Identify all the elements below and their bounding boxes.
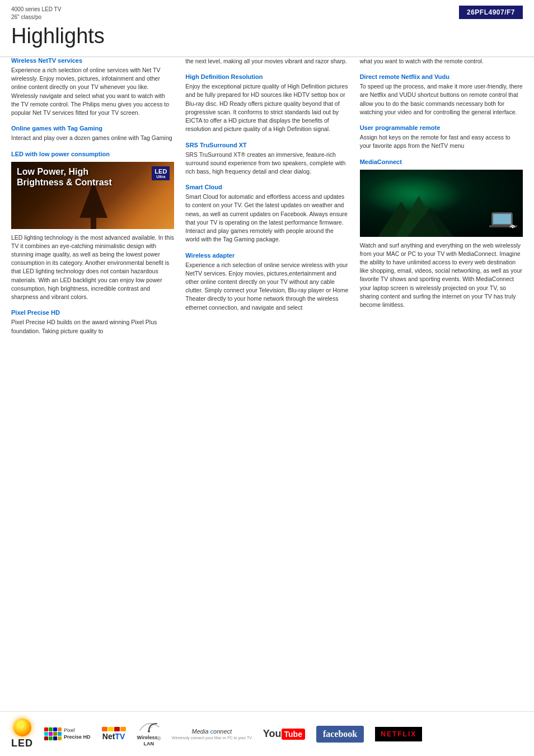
section-title-led-low-power: LED with low power consumption	[11, 151, 174, 157]
wireless-lan-text: Wireless))LAN	[137, 735, 161, 747]
led-badge: LED Ultra	[152, 166, 170, 180]
section-hd-resolution: High Definition Resolution Enjoy the exc…	[185, 73, 348, 133]
footer-logos: LED PixelPre	[0, 711, 534, 756]
section-title-online-games: Online games with Tag Gaming	[11, 125, 174, 132]
section-body-online-games: Interact and play over a dozen games onl…	[11, 134, 174, 142]
led-image-box: Low Power, High Brightness & Contrast LE…	[11, 162, 174, 229]
tube-badge: Tube	[282, 729, 305, 740]
facebook-text: facebook	[323, 729, 357, 739]
youtube-brand: You Tube	[263, 728, 305, 740]
right-column: what you want to watch with the remote c…	[360, 57, 523, 343]
section-led-low-power: LED with low power consumption Low Power…	[11, 151, 174, 302]
led-image-content: Low Power, High Brightness & Contrast	[17, 166, 168, 188]
section-media-connect: MediaConnect	[360, 158, 523, 310]
section-wireless-adapter: Wireless adapter Experience a rich selec…	[185, 252, 348, 312]
section-direct-netflix: Direct remote Netflix and Vudu To speed …	[360, 73, 523, 116]
section-body-srs: SRS TruSurround XT® creates an immersive…	[185, 151, 348, 176]
section-body-media-connect: Watch and surf anything and everything o…	[360, 241, 523, 310]
svg-point-8	[512, 226, 513, 228]
section-smart-cloud: Smart Cloud Smart Cloud for automatic an…	[185, 184, 348, 244]
section-wireless-nettv: Wireless NetTV services Experience a ric…	[11, 57, 174, 117]
section-pixel-precise: Pixel Precise HD Pixel Precise HD builds…	[11, 309, 174, 335]
nettv-text: NetTV	[102, 732, 125, 741]
header-bar: 4000 series LED TV 26" class/po 26PFL490…	[0, 0, 534, 21]
media-connect-text: Media connect Wirelessly connect your Ma…	[172, 727, 252, 740]
section-title-hd-resolution: High Definition Resolution	[185, 73, 348, 80]
netflix-text: NETFLIX	[381, 730, 416, 738]
section-title-media-connect: MediaConnect	[360, 158, 523, 165]
led-badge-bottom: Ultra	[154, 175, 167, 179]
nettv-bars-icon	[102, 727, 126, 731]
facebook-badge: facebook	[316, 726, 364, 743]
section-title-smart-cloud: Smart Cloud	[185, 184, 348, 190]
section-body-remote-cont: what you want to watch with the remote c…	[360, 57, 523, 66]
led-badge-top: LED	[154, 168, 167, 175]
mountain-icon	[360, 190, 466, 237]
logo-facebook: facebook	[316, 726, 364, 743]
logo-led: LED	[11, 718, 33, 749]
section-pixel-cont: the next level, making all your movies v…	[185, 57, 348, 66]
logo-youtube: You Tube	[263, 728, 305, 740]
logo-wireless-lan: Wireless))LAN	[137, 721, 161, 747]
led-overlay-text1: Low Power, High	[17, 166, 168, 177]
wireless-arcs-icon	[137, 721, 161, 734]
section-user-remote: User programmable remote Assign hot keys…	[360, 124, 523, 150]
section-body-hd-resolution: Enjoy the exceptional picture quality of…	[185, 82, 348, 133]
section-body-user-remote: Assign hot keys on the remote for fast a…	[360, 133, 523, 150]
logo-netflix: NETFLIX	[375, 727, 422, 741]
section-body-pixel-precise: Pixel Precise HD builds on the award win…	[11, 318, 174, 335]
logo-nettv: NetTV	[102, 727, 126, 741]
led-text: LED	[11, 738, 33, 749]
netflix-badge: NETFLIX	[375, 727, 422, 741]
page-title: Highlights	[0, 21, 534, 57]
logo-pixel-precise: PixelPrecise HD	[44, 727, 91, 740]
model-badge: 26PFL4907/F7	[459, 6, 523, 19]
media-connect-image	[360, 170, 523, 237]
series-label: 4000 series LED TV	[11, 6, 61, 13]
svg-point-9	[148, 730, 150, 732]
you-text: You	[263, 728, 282, 740]
section-body-direct-netflix: To speed up the process, and make it mor…	[360, 82, 523, 116]
page: 4000 series LED TV 26" class/po 26PFL490…	[0, 0, 534, 756]
pixel-precise-text: PixelPrecise HD	[64, 727, 91, 740]
svg-rect-6	[493, 214, 511, 224]
section-title-user-remote: User programmable remote	[360, 124, 523, 131]
class-label: 26" class/po	[11, 13, 61, 21]
svg-rect-1	[91, 218, 96, 229]
series-info: 4000 series LED TV 26" class/po	[11, 6, 61, 21]
section-body-pixel-cont: the next level, making all your movies v…	[185, 57, 348, 66]
section-title-wireless-adapter: Wireless adapter	[185, 252, 348, 259]
logo-media-connect: Media connect Wirelessly connect your Ma…	[172, 727, 252, 740]
section-body-led-low-power: LED lighting technology is the most adva…	[11, 234, 174, 302]
section-title-direct-netflix: Direct remote Netflix and Vudu	[360, 73, 523, 80]
section-title-wireless-nettv: Wireless NetTV services	[11, 57, 174, 64]
section-body-wireless-nettv: Experience a rich selection of online se…	[11, 66, 174, 117]
left-column: Wireless NetTV services Experience a ric…	[11, 57, 174, 343]
section-title-pixel-precise: Pixel Precise HD	[11, 309, 174, 316]
section-remote-cont: what you want to watch with the remote c…	[360, 57, 523, 66]
section-body-wireless-adapter: Experience a rich selection of online se…	[185, 261, 348, 312]
laptop-icon	[489, 212, 517, 231]
section-body-smart-cloud: Smart Cloud for automatic and effortless…	[185, 193, 348, 244]
mid-column: the next level, making all your movies v…	[185, 57, 348, 343]
content-area: Wireless NetTV services Experience a ric…	[0, 57, 534, 343]
led-overlay-text2: Brightness & Contrast	[17, 177, 168, 188]
led-sun-icon	[13, 718, 31, 736]
section-online-games: Online games with Tag Gaming Interact an…	[11, 125, 174, 142]
section-srs: SRS TruSurround XT SRS TruSurround XT® c…	[185, 142, 348, 176]
pixel-grid-icon	[44, 727, 62, 740]
section-title-srs: SRS TruSurround XT	[185, 142, 348, 148]
